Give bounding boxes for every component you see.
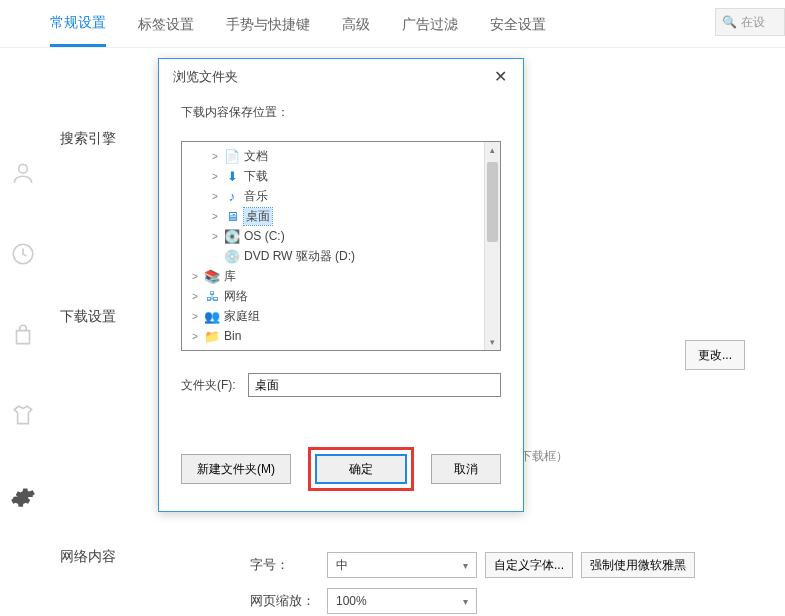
folder-icon: 🖥 [224, 209, 240, 224]
shirt-icon[interactable] [10, 403, 36, 429]
folder-icon: 📁 [204, 329, 220, 344]
tab-adblock[interactable]: 广告过滤 [402, 16, 458, 46]
tree-item[interactable]: >⬇下载 [182, 166, 500, 186]
settings-search[interactable]: 🔍 在设 [715, 8, 785, 36]
tree-item-label: 下载 [244, 168, 268, 185]
chevron-down-icon: ▾ [463, 560, 468, 571]
tab-security[interactable]: 安全设置 [490, 16, 546, 46]
page-zoom-value: 100% [336, 594, 367, 608]
tree-item[interactable]: >♪音乐 [182, 186, 500, 206]
folder-icon: 👥 [204, 309, 220, 324]
page-zoom-label: 网页缩放： [250, 592, 315, 610]
expand-icon[interactable]: > [190, 271, 200, 282]
cancel-button[interactable]: 取消 [431, 454, 501, 484]
page-zoom-row: 网页缩放： 100% ▾ [250, 588, 477, 614]
scroll-up-icon[interactable]: ▴ [485, 142, 500, 158]
section-download: 下载设置 [60, 308, 116, 326]
tree-item[interactable]: >📚库 [182, 266, 500, 286]
tree-item[interactable]: >🖧网络 [182, 286, 500, 306]
folder-icon: 💽 [224, 229, 240, 244]
dialog-titlebar: 浏览文件夹 ✕ [159, 59, 523, 94]
tree-item[interactable]: >📁CC [182, 346, 500, 351]
tree-item-label: CC [224, 349, 241, 351]
expand-icon[interactable]: > [190, 311, 200, 322]
expand-icon[interactable]: > [210, 151, 220, 162]
settings-tabs: 常规设置 标签设置 手势与快捷键 高级 广告过滤 安全设置 🔍 在设 [0, 0, 785, 48]
font-size-label: 字号： [250, 556, 289, 574]
search-placeholder: 在设 [741, 14, 765, 31]
folder-icon: ♪ [224, 189, 240, 204]
new-folder-button[interactable]: 新建文件夹(M) [181, 454, 291, 484]
tree-item[interactable]: >📄文档 [182, 146, 500, 166]
clock-icon[interactable] [10, 241, 36, 267]
folder-field-label: 文件夹(F): [181, 377, 236, 394]
ok-highlight: 确定 [308, 447, 414, 491]
dialog-title: 浏览文件夹 [173, 68, 238, 86]
tree-item[interactable]: >💽OS (C:) [182, 226, 500, 246]
folder-icon: 📄 [224, 149, 240, 164]
tree-item-label: 音乐 [244, 188, 268, 205]
dialog-heading: 下载内容保存位置： [181, 104, 501, 121]
expand-icon[interactable]: > [210, 171, 220, 182]
bag-icon[interactable] [10, 322, 36, 348]
folder-icon: ⬇ [224, 169, 240, 184]
tree-item-label: DVD RW 驱动器 (D:) [244, 248, 355, 265]
expand-icon[interactable]: > [210, 211, 220, 222]
ok-button[interactable]: 确定 [315, 454, 407, 484]
tree-item-label: Bin [224, 329, 241, 343]
section-search-engine: 搜索引擎 [60, 130, 116, 148]
folder-icon: 📁 [204, 349, 220, 352]
tree-item[interactable]: 💿DVD RW 驱动器 (D:) [182, 246, 500, 266]
expand-icon[interactable]: > [210, 191, 220, 202]
tree-item[interactable]: >👥家庭组 [182, 306, 500, 326]
section-network: 网络内容 [60, 548, 116, 566]
page-zoom-select[interactable]: 100% ▾ [327, 588, 477, 614]
expand-icon[interactable]: > [190, 291, 200, 302]
expand-icon[interactable]: > [190, 331, 200, 342]
font-size-row: 字号： 中 ▾ 自定义字体... 强制使用微软雅黑 [250, 552, 695, 578]
browse-folder-dialog: 浏览文件夹 ✕ 下载内容保存位置： >📄文档>⬇下载>♪音乐>🖥桌面>💽OS (… [158, 58, 524, 512]
svg-point-0 [19, 164, 28, 173]
tree-item[interactable]: >🖥桌面 [182, 206, 500, 226]
expand-icon[interactable]: > [190, 351, 200, 352]
gear-icon[interactable] [10, 484, 36, 510]
user-icon[interactable] [10, 160, 36, 186]
tree-item-label: 桌面 [244, 208, 272, 225]
expand-icon[interactable]: > [210, 231, 220, 242]
folder-icon: 🖧 [204, 289, 220, 304]
folder-icon: 💿 [224, 249, 240, 264]
change-download-path-button[interactable]: 更改... [685, 340, 745, 370]
force-msyh-button[interactable]: 强制使用微软雅黑 [581, 552, 695, 578]
folder-name-input[interactable] [248, 373, 501, 397]
tree-item-label: OS (C:) [244, 229, 285, 243]
font-size-value: 中 [336, 557, 348, 574]
tree-item-label: 文档 [244, 148, 268, 165]
tree-item-label: 网络 [224, 288, 248, 305]
search-icon: 🔍 [722, 15, 737, 29]
tree-item-label: 家庭组 [224, 308, 260, 325]
custom-font-button[interactable]: 自定义字体... [485, 552, 573, 578]
chevron-down-icon: ▾ [463, 596, 468, 607]
tab-labels[interactable]: 标签设置 [138, 16, 194, 46]
close-icon[interactable]: ✕ [488, 67, 513, 86]
folder-tree[interactable]: >📄文档>⬇下载>♪音乐>🖥桌面>💽OS (C:)💿DVD RW 驱动器 (D:… [181, 141, 501, 351]
tab-gestures[interactable]: 手势与快捷键 [226, 16, 310, 46]
tree-item-label: 库 [224, 268, 236, 285]
scrollbar[interactable]: ▴ ▾ [484, 142, 500, 350]
tab-advanced[interactable]: 高级 [342, 16, 370, 46]
font-size-select[interactable]: 中 ▾ [327, 552, 477, 578]
download-frame-label: 下载框） [520, 448, 568, 465]
tree-item[interactable]: >📁Bin [182, 326, 500, 346]
scroll-down-icon[interactable]: ▾ [485, 334, 500, 350]
folder-icon: 📚 [204, 269, 220, 284]
tab-general[interactable]: 常规设置 [50, 14, 106, 47]
side-nav [10, 160, 36, 510]
scroll-thumb[interactable] [487, 162, 498, 242]
